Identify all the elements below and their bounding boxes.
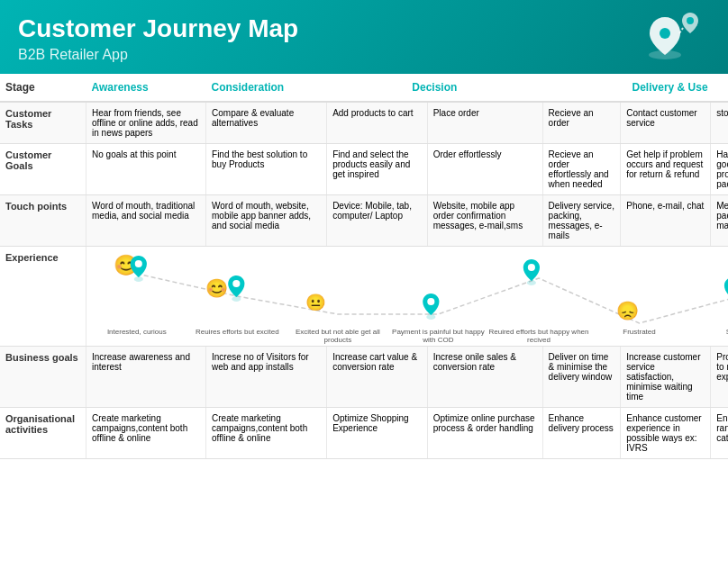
ct-decision2: Place order	[427, 102, 542, 144]
customer-tasks-label: Customer Tasks	[0, 102, 86, 144]
cg-delivery1: Recieve an order effortlessly and when n…	[542, 144, 621, 195]
customer-tasks-row: Customer Tasks Hear from friends, see of…	[0, 102, 728, 144]
experience-label: Experience	[0, 247, 86, 347]
sentiment-0: Interested, curious	[86, 328, 187, 344]
col-decision: Decision	[327, 74, 542, 102]
oa-decision1: Optimize Shopping Experience	[327, 408, 428, 459]
svg-point-6	[135, 260, 142, 267]
oa-delivery1: Enhance delivery process	[542, 408, 621, 459]
tp-awareness: Word of mouth, traditional media, and so…	[86, 195, 206, 247]
org-activities-row: Organisational activities Create marketi…	[0, 408, 728, 459]
customer-goals-row: Customer Goals No goals at this point Fi…	[0, 144, 728, 195]
sentiment-4: Reuired efforts but happy when recived	[488, 328, 589, 344]
page-subtitle: B2B Retailer App	[18, 47, 710, 63]
business-goals-label: Business goals	[0, 347, 86, 408]
oa-awareness: Create marketing campaigns,content both …	[86, 408, 206, 459]
table-container: Stage Awareness Consideration Decision D…	[0, 74, 728, 459]
touch-points-label: Touch points	[0, 195, 86, 247]
cg-delivery3: Have the right and good quality products…	[711, 144, 728, 195]
cg-delivery2: Get help if problem occurs and request f…	[621, 144, 711, 195]
svg-point-14	[528, 264, 535, 271]
sentiment-3: Payment is painful but happy with COD	[388, 328, 489, 344]
bg-decision2: Increse onile sales & conversion rate	[427, 347, 542, 408]
business-goals-row: Business goals Increase awareness and in…	[0, 347, 728, 408]
sentiment-5: Frustrated	[589, 328, 690, 344]
touch-points-row: Touch points Word of mouth, traditional …	[0, 195, 728, 247]
tp-delivery3: Medicines, packages, other materials	[711, 195, 728, 247]
svg-text:😐: 😐	[305, 293, 326, 312]
svg-point-1	[660, 28, 670, 39]
org-activities-label: Organisational activities	[0, 408, 86, 459]
bg-delivery3: Procure products to match expectations	[711, 347, 728, 408]
experience-row: Experience 😊	[0, 247, 728, 347]
ct-consideration: Compare & evaluate alternatives	[206, 102, 327, 144]
bg-delivery1: Deliver on time & minimise the delivery …	[542, 347, 621, 408]
bg-awareness: Increase awareness and interest	[86, 347, 206, 408]
tp-decision2: Website, mobile app order confirmation m…	[427, 195, 542, 247]
ct-delivery2: Contact customer service	[621, 102, 711, 144]
bg-consideration: Increse no of Visitors for web and app i…	[206, 347, 327, 408]
cg-decision1: Find and select the products easily and …	[327, 144, 428, 195]
tp-delivery1: Delivery service, packing, messages, e-m…	[542, 195, 621, 247]
svg-point-12	[427, 298, 434, 305]
ct-decision1: Add products to cart	[327, 102, 428, 144]
col-delivery: Delivery & Use	[542, 74, 728, 102]
svg-text:😊: 😊	[205, 277, 229, 299]
tp-decision1: Device: Mobile, tab, computer/ Laptop	[327, 195, 428, 247]
journey-map-table: Stage Awareness Consideration Decision D…	[0, 74, 728, 459]
tp-delivery2: Phone, e-mail, chat	[621, 195, 711, 247]
sentiment-2: Excited but not able get all products	[287, 328, 388, 344]
ct-awareness: Hear from friends, see offline or online…	[86, 102, 206, 144]
header-row: Stage Awareness Consideration Decision D…	[0, 74, 728, 102]
oa-decision2: Optimize online purchase process & order…	[427, 408, 542, 459]
experience-chart: 😊 😊	[86, 247, 728, 346]
ct-delivery1: Recieve an order	[542, 102, 621, 144]
page-title: Customer Journey Map	[18, 14, 710, 43]
oa-consideration: Create marketing campaigns,content both …	[206, 408, 327, 459]
cg-decision2: Order effortlessly	[427, 144, 542, 195]
cg-awareness: No goals at this point	[86, 144, 206, 195]
svg-point-2	[687, 17, 694, 24]
bg-delivery2: Increase customer service satisfaction, …	[621, 347, 711, 408]
sentiment-labels: Interested, curious Reuires efforts but …	[86, 328, 728, 344]
col-stage: Stage	[0, 74, 86, 102]
oa-delivery3: Enhance products range & categories	[711, 408, 728, 459]
customer-goals-label: Customer Goals	[0, 144, 86, 195]
bg-decision1: Increase cart value & conversion rate	[327, 347, 428, 408]
cg-consideration: Find the best solution to buy Products	[206, 144, 327, 195]
col-awareness: Awareness	[86, 74, 206, 102]
ct-delivery3: store/Sell products	[711, 102, 728, 144]
sentiment-1: Reuires efforts but excited	[187, 328, 288, 344]
oa-delivery2: Enhance customer experience in possible …	[621, 408, 711, 459]
sentiment-6: Satisfied	[689, 328, 728, 344]
header-icon	[638, 8, 710, 66]
tp-consideration: Word of mouth, website, mobile app banne…	[206, 195, 327, 247]
col-consideration: Consideration	[206, 74, 327, 102]
experience-chart-cell: 😊 😊	[86, 247, 728, 347]
svg-text:😞: 😞	[616, 300, 640, 321]
svg-point-9	[232, 280, 240, 287]
header: Customer Journey Map B2B Retailer App	[0, 0, 728, 74]
